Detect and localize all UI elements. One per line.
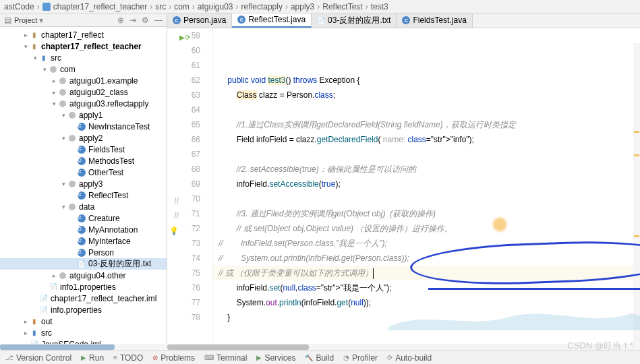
sidebar-header: ▤ Project ▾ ⊕ ⇥ ⚙ — (0, 13, 167, 27)
tree-item-creature[interactable]: CCreature (0, 212, 167, 224)
run-gutter-icon[interactable]: ▶⟳ (179, 30, 190, 45)
tab-03-------txt[interactable]: 📄03-反射的应用.txt (312, 13, 397, 28)
gutter: ▶⟳ 596061626364656667686970//71//72💡7374… (167, 28, 213, 351)
vcs-graph (388, 303, 640, 330)
project-tree[interactable]: ▸▮chapter17_reflect▾▮chapter17_reflect_t… (0, 27, 167, 351)
tree-item-chapter17-reflect[interactable]: ▸▮chapter17_reflect (0, 29, 167, 40)
collapse-icon[interactable]: ⇥ (129, 16, 136, 25)
code-line-63[interactable]: Field infoField = clazz.getDeclaredField… (213, 132, 640, 147)
tree-item-com[interactable]: ▾com (0, 63, 167, 75)
code-line-60[interactable]: Class clazz = Person.class; (213, 88, 640, 102)
tree-scrollbar[interactable] (0, 344, 167, 351)
problems-button[interactable]: ⊘Problems (152, 353, 195, 363)
tree-item-apply2[interactable]: ▾apply2 (0, 132, 167, 144)
tree-item-src[interactable]: ▾▮src (0, 52, 167, 63)
code-line-62[interactable]: //1.通过Class实例调用getDeclaredField(String f… (213, 117, 640, 132)
tree-item-info1-properties[interactable]: 📄info1.properties (0, 281, 167, 293)
tree-item-othertest[interactable]: COtherTest (0, 166, 167, 178)
expand-icon[interactable]: ▤ (4, 16, 11, 25)
select-opened-icon[interactable]: ⊕ (117, 16, 124, 25)
run-button[interactable]: ▶Run (81, 353, 104, 363)
build-button[interactable]: 🔨Build (305, 353, 334, 363)
breadcrumb: astCode› chapter17_reflect_teacher› src›… (0, 0, 640, 13)
bc-item[interactable]: src (155, 2, 166, 11)
settings-icon[interactable]: ⚙ (142, 16, 149, 25)
bc-item[interactable]: reflectapply (241, 2, 283, 11)
tree-item-chapter17-reflect-teacher-iml[interactable]: 📄chapter17_reflect_teacher.iml (0, 293, 167, 304)
tab-fieldstest-java[interactable]: CFieldsTest.java (397, 13, 472, 28)
bc-item[interactable]: apply3 (291, 2, 314, 11)
tree-item-fieldstest[interactable]: CFieldsTest (0, 144, 167, 155)
code-line-69[interactable]: // 或 set(Object obj,Object value) （设置的操作… (213, 221, 640, 236)
services-button[interactable]: ▶Services (256, 353, 295, 363)
code-line-59[interactable]: public void test3() throws Exception { (213, 73, 640, 88)
code-body[interactable]: public void test3() throws Exception { C… (213, 28, 640, 351)
profiler-button[interactable]: ◔Profiler (343, 353, 378, 363)
editor-area: CPerson.javaCReflectTest.java📄03-反射的应用.t… (167, 13, 640, 351)
tree-item-chapter17-reflect-teacher[interactable]: ▾▮chapter17_reflect_teacher (0, 40, 167, 52)
todo-button[interactable]: ≡TODO (113, 353, 143, 363)
project-sidebar: ▤ Project ▾ ⊕ ⇥ ⚙ — ▸▮chapter17_reflect▾… (0, 13, 167, 351)
tree-item-methodstest[interactable]: CMethodsTest (0, 155, 167, 166)
bc-item[interactable]: com (174, 2, 190, 11)
tree-item-myannotation[interactable]: CMyAnnotation (0, 224, 167, 235)
tree-item-atguigu01-example[interactable]: ▸atguigu01.example (0, 75, 167, 86)
bc-item[interactable]: ReflectTest (322, 2, 362, 11)
tree-item-atguigu04-other[interactable]: ▸atguigu04.other (0, 270, 167, 281)
tree-item-info-properties[interactable]: 📄info.properties (0, 304, 167, 315)
tree-item-myinterface[interactable]: CMyInterface (0, 235, 167, 247)
code-line-61[interactable] (213, 102, 640, 117)
code-line-73[interactable]: infoField.set(null,class="str">"我是一个人"); (213, 280, 640, 295)
editor-tabs[interactable]: CPerson.javaCReflectTest.java📄03-反射的应用.t… (167, 13, 640, 28)
autobuild-button[interactable]: ⟳Auto-build (387, 353, 432, 363)
version-control-button[interactable]: ⎇Version Control (5, 353, 71, 363)
tree-item-atguigu03-reflectapply[interactable]: ▾atguigu03.reflectapply (0, 98, 167, 109)
code-line-68[interactable]: //3. 通过Filed类的实例调用get(Object obj) (获取的操作… (213, 206, 640, 221)
bc-item[interactable]: test3 (371, 2, 388, 11)
tree-item-person[interactable]: CPerson (0, 247, 167, 258)
code-line-70[interactable]: // infoField.set(Person.class,"我是一个人"); (213, 236, 640, 251)
watermark: CSDN @叮当！* (567, 340, 633, 352)
code-line-66[interactable]: infoField.setAccessible(true); (213, 177, 640, 191)
tree-item-src[interactable]: ▸▮src (0, 327, 167, 338)
tree-item-reflecttest[interactable]: CReflectTest (0, 189, 167, 201)
code-line-72[interactable]: // 或 （仅限于类变量可以如下的方式调用） (213, 266, 640, 280)
hide-icon[interactable]: — (154, 16, 163, 25)
sidebar-title: Project (14, 16, 37, 24)
bottom-toolbar: ⎇Version Control ▶Run ≡TODO ⊘Problems ⌨T… (0, 351, 640, 364)
code-line-67[interactable] (213, 191, 640, 206)
code-line-71[interactable]: // System.out.println(infoField.get(Pers… (213, 251, 640, 266)
code-line-64[interactable] (213, 147, 640, 162)
tab-person-java[interactable]: CPerson.java (167, 13, 232, 28)
code-line-65[interactable]: //2. setAccessible(true)：确保此属性是可以访问的 (213, 162, 640, 177)
tree-item-03-------txt[interactable]: 📄03-反射的应用.txt (0, 258, 167, 270)
tree-item-out[interactable]: ▸▮out (0, 315, 167, 327)
tree-item-data[interactable]: ▾data (0, 201, 167, 212)
tree-item-apply1[interactable]: ▾apply1 (0, 109, 167, 121)
tree-item-atguigu02-class[interactable]: ▸atguigu02_class (0, 86, 167, 98)
bc-item[interactable]: astCode (4, 2, 34, 11)
terminal-button[interactable]: ⌨Terminal (204, 353, 247, 363)
bc-item[interactable]: atguigu03 (198, 2, 233, 11)
tree-item-apply3[interactable]: ▾apply3 (0, 178, 167, 189)
tree-item-newinstancetest[interactable]: CNewInstanceTest (0, 121, 167, 132)
bc-item[interactable]: chapter17_reflect_teacher (53, 2, 147, 11)
code-editor[interactable]: ▶⟳ 596061626364656667686970//71//72💡7374… (167, 28, 640, 351)
tab-reflecttest-java[interactable]: CReflectTest.java (232, 13, 312, 28)
